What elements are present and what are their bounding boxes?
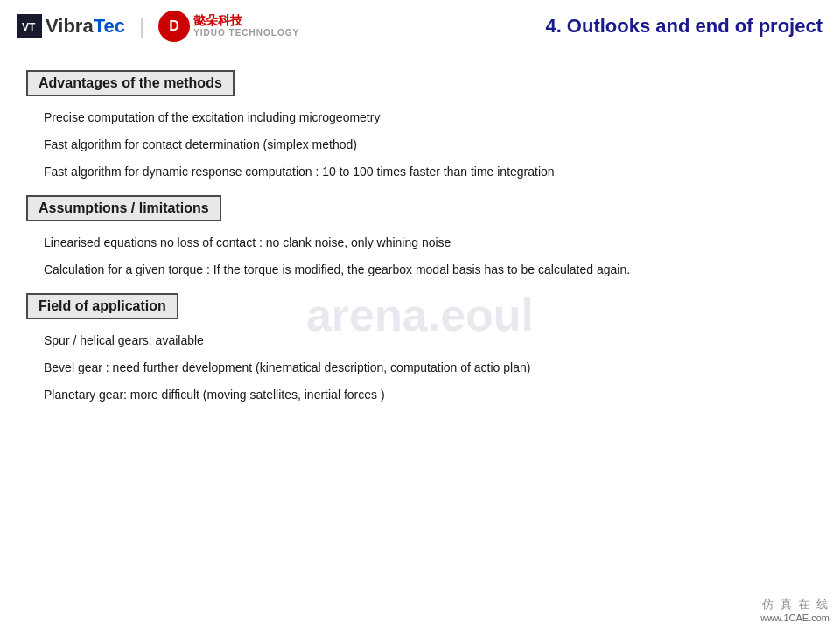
vibratec-logo: VT VibraTec — [18, 14, 125, 38]
assumptions-title-box: Assumptions / limitations — [26, 195, 221, 221]
page-title: 4. Outlooks and end of project — [545, 15, 822, 38]
list-item: Precise computation of the excitation in… — [44, 108, 814, 127]
footer-line1: 仿 真 在 线 — [760, 597, 830, 612]
yiduo-logo: D 懿朵科技 YIDUO TECHNOLOGY — [158, 10, 299, 42]
logo-area: VT VibraTec | D 懿朵科技 YIDUO TECHNOLOGY — [18, 10, 299, 42]
list-item: Fast algorithm for contact determination… — [44, 136, 814, 154]
yiduo-circle-icon: D — [158, 10, 190, 42]
field-title-box: Field of application — [26, 293, 178, 319]
assumptions-section: Assumptions / limitations Linearised equ… — [26, 190, 814, 279]
main-content: Advantages of the methods Precise comput… — [0, 52, 840, 425]
logo-divider: | — [139, 14, 144, 38]
advantages-title-box: Advantages of the methods — [26, 70, 234, 96]
list-item: Planetary gear: more difficult (moving s… — [44, 386, 814, 404]
advantages-title: Advantages of the methods — [38, 75, 222, 90]
list-item: Bevel gear : need further development (k… — [44, 359, 814, 377]
assumptions-list: Linearised equations no loss of contact … — [44, 234, 814, 279]
vibratec-text: VibraTec — [46, 15, 125, 38]
list-item: Fast algorithm for dynamic response comp… — [44, 163, 814, 181]
header: VT VibraTec | D 懿朵科技 YIDUO TECHNOLOGY 4.… — [0, 0, 840, 52]
field-list: Spur / helical gears: available Bevel ge… — [44, 332, 814, 404]
vibratec-icon-box: VT — [18, 14, 42, 38]
footer-watermark: 仿 真 在 线 www.1CAE.com — [760, 597, 830, 623]
field-section: Field of application Spur / helical gear… — [26, 288, 814, 404]
list-item: Spur / helical gears: available — [44, 332, 814, 350]
yiduo-d-letter: D — [169, 18, 179, 34]
advantages-list: Precise computation of the excitation in… — [44, 108, 814, 181]
yiduo-name: 懿朵科技 YIDUO TECHNOLOGY — [193, 13, 299, 38]
svg-text:VT: VT — [22, 21, 36, 33]
field-title: Field of application — [38, 298, 166, 313]
footer-line2: www.1CAE.com — [760, 612, 830, 623]
assumptions-title: Assumptions / limitations — [38, 200, 209, 215]
advantages-section: Advantages of the methods Precise comput… — [26, 65, 814, 181]
list-item: Linearised equations no loss of contact … — [44, 234, 814, 252]
list-item: Calculation for a given torque : If the … — [44, 261, 814, 279]
